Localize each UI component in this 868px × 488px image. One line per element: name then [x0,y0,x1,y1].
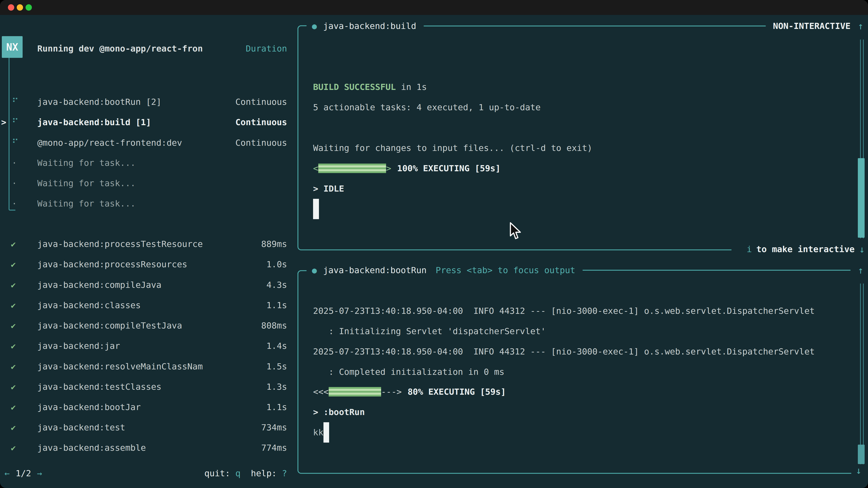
bootrun-scrollbar-track[interactable] [860,284,864,464]
task-row-completed[interactable]: ✔ java-backend:classes 1.1s [0,295,294,315]
build-panel-title: java-backend:build [323,21,416,31]
build-successful-text: BUILD SUCCESSFUL [313,82,396,92]
task-row-completed[interactable]: ✔ java-backend:assemble 774ms [0,437,294,458]
task-name: java-backend:assemble [37,443,146,453]
task-row-build-selected[interactable]: > ⠋ java-backend:build [1] Continuous [0,112,294,132]
task-name: java-backend:classes [37,300,141,310]
scroll-down-icon[interactable]: ↓ [856,465,862,476]
task-duration: 1.4s [266,341,287,351]
build-waiting-line: Waiting for changes to input files... (c… [313,138,592,158]
task-row-completed[interactable]: ✔ java-backend:compileJava 4.3s [0,275,294,295]
log-line: : Completed initialization in 0 ms [313,362,504,382]
task-name: java-backend:test [37,422,125,432]
window-titlebar [0,0,868,15]
check-icon: ✔ [11,402,16,412]
gradle-idle-line: > IDLE [313,178,344,199]
task-name: java-backend:compileTestJava [37,321,182,330]
mouse-cursor-icon [509,222,522,243]
task-name: java-backend:processTestResource [37,239,203,249]
keyboard-hints: quit: q help: ? [204,468,287,478]
task-name: Waiting for task... [37,199,135,208]
task-name: Waiting for task... [37,178,135,188]
terminal-input-line[interactable]: kk [313,422,329,443]
task-row-bootrun[interactable]: ⠋ java-backend:bootRun [2] Continuous [0,92,294,112]
task-sidebar: NX Running dev @mono-app/react-fron Dura… [0,15,294,488]
task-status: Continuous [235,97,287,107]
check-icon: ✔ [11,281,16,290]
task-row-completed[interactable]: ✔ java-backend:compileTestJava 808ms [0,315,294,336]
page-next-arrow-icon[interactable]: → [37,468,42,478]
bootrun-panel-title: java-backend:bootRun [323,265,427,275]
task-name: @mono-app/react-frontend:dev [37,138,182,148]
quit-key: q [235,468,241,478]
progress-fill [329,387,381,396]
task-duration: 4.3s [266,280,287,290]
task-duration: 734ms [261,422,287,432]
run-command-title: Running dev @mono-app/react-fron [37,43,203,54]
bootrun-panel-header[interactable]: ● java-backend:bootRun Press <tab> to fo… [312,260,864,281]
task-row-completed[interactable]: ✔ java-backend:testClasses 1.3s [0,377,294,397]
task-name: java-backend:bootJar [37,402,141,412]
log-line: : Initializing Servlet 'dispatcherServle… [313,321,546,341]
task-row-completed[interactable]: ✔ java-backend:bootJar 1.1s [0,397,294,417]
interactive-hint-text: to make interactive [756,244,855,254]
check-icon: ✔ [11,362,16,371]
build-panel-header[interactable]: ● java-backend:build NON-INTERACTIVE ↑ [312,16,864,36]
page-prev-arrow-icon[interactable]: ← [4,468,10,478]
page-navigation: ← 1/2 → [4,468,42,478]
check-icon: ✔ [11,443,16,453]
waiting-dot-icon: · [12,158,17,168]
progress-close-bracket: ---> [381,387,402,397]
task-row-completed[interactable]: ✔ java-backend:jar 1.4s [0,336,294,356]
task-duration: 808ms [261,321,287,330]
task-row-waiting: · Waiting for task... [0,193,294,214]
task-name: java-backend:testClasses [37,382,161,392]
task-row-completed[interactable]: ✔ java-backend:test 734ms [0,417,294,437]
task-name: java-backend:compileJava [37,280,161,290]
waiting-dot-icon: · [12,178,17,188]
task-row-completed[interactable]: ✔ java-backend:resolveMainClassNam 1.5s [0,356,294,377]
scroll-down-icon[interactable]: ↓ [859,244,865,255]
task-status: Continuous [235,117,287,127]
task-row-waiting: · Waiting for task... [0,153,294,173]
progress-label: 100% EXECUTING [59s] [397,163,501,173]
task-name: java-backend:bootRun [2] [37,97,161,107]
minimize-window-button[interactable] [17,4,23,11]
check-icon: ✔ [11,301,16,310]
log-line: 2025-07-23T13:40:18.950-04:00 INFO 44312… [313,341,815,362]
scroll-up-icon[interactable]: ↑ [858,21,864,32]
progress-fill [318,164,386,173]
scroll-up-icon[interactable]: ↑ [858,265,864,276]
progress-close-bracket: > [386,163,391,173]
close-window-button[interactable] [8,4,14,11]
task-duration: 1.3s [266,382,287,392]
bootrun-progress-bar: <<< ---> 80% EXECUTING [59s] [313,382,506,402]
build-scrollbar-thumb[interactable] [858,158,865,238]
bootrun-scrollbar-thumb[interactable] [858,445,865,464]
task-status: Continuous [235,138,287,148]
gradle-prompt-line: > :bootRun [313,402,365,422]
task-duration: 774ms [261,443,287,453]
typed-input-text: kk [313,427,323,437]
task-row-frontend-dev[interactable]: ⠋ @mono-app/react-frontend:dev Continuou… [0,133,294,153]
task-duration: 889ms [261,239,287,249]
check-icon: ✔ [11,382,16,392]
non-interactive-badge: NON-INTERACTIVE [773,21,850,31]
build-summary-line: 5 actionable tasks: 4 executed, 1 up-to-… [313,97,541,118]
spinner-icon: ⠋ [12,117,19,128]
check-icon: ✔ [11,341,16,351]
task-row-completed[interactable]: ✔ java-backend:processTestResource 889ms [0,234,294,254]
task-row-completed[interactable]: ✔ java-backend:processResources 1.0s [0,254,294,274]
help-label: help: [241,468,282,478]
maximize-window-button[interactable] [26,4,32,11]
check-icon: ✔ [11,239,16,249]
task-name: java-backend:processResources [37,259,187,269]
progress-open-bracket: <<< [313,387,329,397]
task-name: java-backend:build [1] [37,117,151,127]
sidebar-footer: ← 1/2 → quit: q help: ? [0,463,294,484]
page-indicator: 1/2 [16,468,31,478]
check-icon: ✔ [11,260,16,269]
task-duration: 1.1s [266,402,287,412]
task-duration: 1.1s [266,300,287,310]
check-icon: ✔ [11,423,16,432]
